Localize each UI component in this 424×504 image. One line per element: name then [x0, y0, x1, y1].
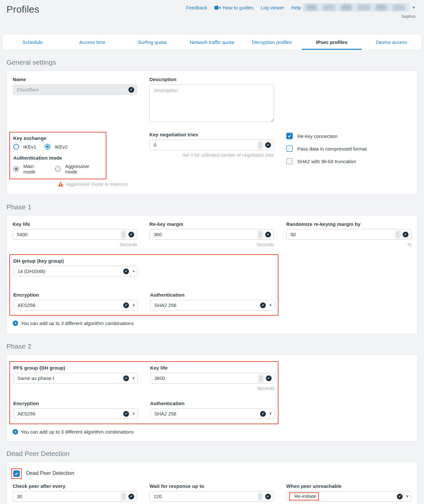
checkbox-unchecked-icon: [286, 158, 293, 164]
tab-schedule[interactable]: Schedule: [3, 34, 62, 50]
p1-dh-group-label: DH group (key group): [13, 258, 138, 264]
dpd-check-peer-field: ∧∨ ✔: [13, 491, 137, 502]
rekey-connection-checkbox[interactable]: ✔ Re-key connection: [286, 133, 411, 139]
tab-device-access[interactable]: Device access: [362, 34, 421, 50]
aggressive-mode-warning: Aggressive mode is insecure: [58, 181, 137, 187]
tab-access-time[interactable]: Access time: [62, 34, 122, 50]
key-exchange-annotation-box: Key exchange IKEv1 IKEv2 Authentication …: [9, 132, 106, 179]
help-link[interactable]: Help: [291, 5, 301, 10]
p2-pfs-group-label: PFS group (DH group): [13, 365, 138, 371]
page-header: Profiles Feedback How-to guides Log view…: [0, 0, 424, 34]
radio-selected-icon: [45, 144, 50, 150]
p1-randomize-input[interactable]: [287, 229, 411, 239]
key-negotiation-field: ∧∨ ✔: [149, 140, 274, 150]
chevron-down-icon: ∨: [132, 411, 135, 416]
radio-aggressive-mode[interactable]: Aggressive mode: [55, 163, 102, 174]
phase1-panel: Key life ∧∨ ✔ Seconds Re-key margin ∧∨ ✔…: [6, 215, 418, 334]
warning-triangle-icon: [58, 182, 63, 186]
p2-add-combination[interactable]: + You can add up to 3 different algorith…: [13, 429, 411, 435]
p1-key-life-hint: Seconds: [13, 242, 137, 247]
p2-pfs-group-select[interactable]: Same as phase-I ✔ ∨: [13, 373, 138, 383]
p2-encryption-select[interactable]: AES256 ✔ ∨: [13, 408, 138, 419]
dpd-wait-response-field: ∧∨ ✔: [149, 491, 274, 502]
name-field: Cloudflare ✔: [13, 84, 137, 95]
auth-mode-label: Authentication mode: [13, 155, 102, 161]
key-negotiation-label: Key negotiation tries: [149, 132, 274, 137]
account-selector[interactable]: ▼: [303, 3, 416, 12]
chevron-down-icon: ∨: [269, 411, 272, 416]
dpd-checkbox-annotation-box: ✔: [11, 468, 22, 479]
dpd-when-unreachable-select[interactable]: Re-initiate ✔ ∨: [286, 491, 411, 502]
number-stepper[interactable]: ∧∨: [121, 492, 126, 501]
p2-key-life-input[interactable]: [150, 373, 274, 383]
dpd-when-unreachable-label: When peer unreachable: [286, 483, 411, 489]
valid-check-icon: ✔: [123, 302, 129, 308]
dpd-checkbox[interactable]: ✔: [13, 470, 20, 477]
dpd-heading: Dead Peer Detection: [6, 450, 418, 457]
tab-bar: Schedule Access time Surfing quota Netwo…: [2, 34, 422, 50]
phase1-heading: Phase 1: [6, 203, 418, 211]
p2-encryption-label: Encryption: [13, 401, 138, 406]
tab-surfing-quota[interactable]: Surfing quota: [122, 34, 182, 50]
valid-check-icon: ✔: [128, 232, 134, 237]
radio-unselected-disabled-icon: [55, 166, 61, 172]
p1-rekey-margin-input[interactable]: [150, 229, 274, 239]
p1-dh-group-select[interactable]: 14 (DH2048) ✔ ▾: [13, 266, 138, 277]
number-stepper[interactable]: ∧∨: [257, 492, 263, 501]
chevron-down-icon: ∨: [132, 302, 135, 307]
dpd-toggle-label: Dead Peer Detection: [26, 470, 74, 476]
key-negotiation-input[interactable]: [150, 140, 274, 150]
valid-check-icon: ✔: [397, 494, 403, 499]
tab-ipsec-profiles[interactable]: IPsec profiles: [302, 34, 362, 50]
brand-label: Sophos: [401, 14, 416, 19]
p1-add-combination[interactable]: + You can add up to 3 different algorith…: [13, 320, 411, 326]
log-viewer-link[interactable]: Log viewer: [261, 5, 284, 10]
valid-check-icon: ✔: [260, 411, 266, 417]
dpd-check-peer-input[interactable]: [13, 491, 137, 501]
p1-rekey-margin-field: ∧∨ ✔: [149, 229, 274, 240]
dpd-wait-response-input[interactable]: [150, 491, 274, 501]
p2-authentication-select[interactable]: SHA2 256 ✔ ∨: [150, 408, 275, 419]
number-stepper[interactable]: ∧∨: [395, 230, 401, 239]
p1-rekey-margin-hint: Seconds: [149, 242, 274, 247]
valid-check-icon: ✔: [265, 142, 271, 148]
radio-ikev2[interactable]: IKEv2: [45, 144, 68, 150]
caret-down-icon: ▾: [133, 269, 135, 273]
number-stepper[interactable]: ∧∨: [121, 230, 126, 239]
tab-decryption-profiles[interactable]: Decryption profiles: [242, 34, 302, 50]
tab-network-traffic-quota[interactable]: Network traffic quota: [182, 34, 242, 50]
p1-authentication-label: Authentication: [150, 292, 275, 298]
valid-check-icon: ✔: [128, 87, 134, 93]
reinitiate-annotation-box: Re-initiate: [289, 492, 319, 500]
p1-key-life-input[interactable]: [13, 229, 137, 239]
p1-encryption-select[interactable]: AES256 ✔ ∨: [13, 300, 138, 310]
valid-check-icon: ✔: [266, 375, 272, 381]
name-value: Cloudflare: [13, 87, 39, 92]
dpd-panel: ✔ Dead Peer Detection Check peer after e…: [6, 462, 418, 504]
dpd-check-peer-label: Check peer after every: [13, 483, 137, 489]
p2-key-life-label: Key life: [150, 365, 275, 371]
p1-authentication-select[interactable]: SHA2 256 ✔ ∨: [150, 300, 275, 310]
compressed-format-checkbox[interactable]: ✔ Pass data in compressed format: [286, 145, 411, 152]
p1-randomize-label: Randomize re-keying margin by: [286, 221, 411, 227]
feedback-link[interactable]: Feedback: [186, 5, 207, 10]
radio-main-mode[interactable]: Main mode: [13, 163, 47, 174]
description-input[interactable]: [149, 84, 274, 122]
valid-check-icon: ✔: [128, 494, 134, 499]
valid-check-icon: ✔: [265, 494, 271, 499]
chevron-down-icon: ∨: [269, 302, 272, 307]
key-negotiation-hint: Set 0 for unlimited number of negotiatio…: [149, 152, 274, 158]
valid-check-icon: ✔: [260, 302, 266, 308]
number-stepper[interactable]: ∧∨: [258, 374, 264, 383]
p1-randomize-hint: %: [286, 242, 411, 247]
howto-guides-link[interactable]: How-to guides: [214, 5, 254, 10]
phase2-heading: Phase 2: [6, 342, 418, 350]
valid-check-icon: ✔: [123, 375, 129, 381]
sha2-truncation-checkbox[interactable]: SHA2 with 96-bit truncation: [286, 158, 411, 164]
radio-ikev1[interactable]: IKEv1: [13, 144, 36, 150]
number-stepper[interactable]: ∧∨: [257, 141, 263, 149]
p1-randomize-field: ∧∨ ✔: [286, 229, 411, 240]
p1-key-life-field: ∧∨ ✔: [13, 229, 137, 240]
valid-check-icon: ✔: [123, 411, 129, 417]
number-stepper[interactable]: ∧∨: [257, 230, 263, 239]
